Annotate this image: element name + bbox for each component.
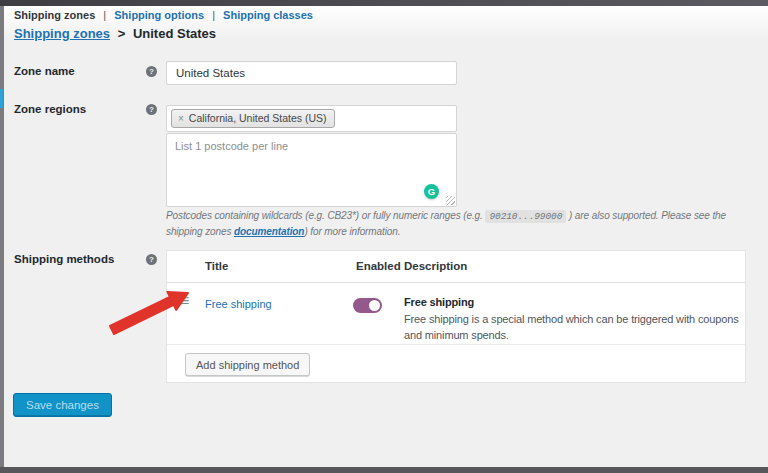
shipping-methods-label: Shipping methods xyxy=(14,253,114,265)
help-icon[interactable]: ? xyxy=(146,66,157,77)
method-description-text: Free shipping is a special method which … xyxy=(404,313,739,342)
hint-text: Postcodes containing wildcards (e.g. CB2… xyxy=(166,210,485,221)
toggle-knob xyxy=(369,300,380,311)
save-changes-button[interactable]: Save changes xyxy=(13,393,112,417)
resize-grip-icon[interactable] xyxy=(446,196,455,205)
free-shipping-link[interactable]: Free shipping xyxy=(205,298,272,310)
method-description: Free shipping Free shipping is a special… xyxy=(404,294,740,344)
postcodes-textarea[interactable]: List 1 postcode per line G xyxy=(166,133,457,207)
add-shipping-method-button[interactable]: Add shipping method xyxy=(185,353,310,376)
postcode-range-code: 90210...99000 xyxy=(485,210,566,223)
help-icon[interactable]: ? xyxy=(146,104,157,115)
window-frame-left xyxy=(0,0,4,473)
breadcrumb-current-zone: United States xyxy=(133,26,216,41)
nav-separator: | xyxy=(212,9,215,21)
tab-shipping-options[interactable]: Shipping options xyxy=(114,9,204,21)
tab-shipping-zones[interactable]: Shipping zones xyxy=(14,9,95,21)
enabled-toggle[interactable] xyxy=(353,298,382,313)
column-header-description: Description xyxy=(404,260,467,272)
zone-name-label: Zone name xyxy=(14,65,75,77)
shipping-method-row: ≡ Free shipping Free shipping Free shipp… xyxy=(167,283,745,345)
nav-separator: | xyxy=(103,9,106,21)
drag-handle-icon[interactable]: ≡ xyxy=(180,292,189,310)
postcodes-placeholder: List 1 postcode per line xyxy=(175,140,288,152)
help-icon[interactable]: ? xyxy=(146,254,157,265)
remove-tag-icon[interactable]: × xyxy=(178,113,184,124)
table-header-row: Title Enabled Description xyxy=(167,251,745,283)
tab-shipping-classes[interactable]: Shipping classes xyxy=(223,9,313,21)
hint-text: ) for more information. xyxy=(304,226,400,237)
documentation-link[interactable]: documentation xyxy=(234,226,304,237)
region-tag-label: California, United States (US) xyxy=(189,112,327,124)
column-header-title: Title xyxy=(205,260,228,272)
postcodes-hint: Postcodes containing wildcards (e.g. CB2… xyxy=(166,208,758,241)
breadcrumb: Shipping zones > United States xyxy=(14,26,216,41)
settings-subnav: Shipping zones | Shipping options | Ship… xyxy=(14,9,313,21)
breadcrumb-shipping-zones-link[interactable]: Shipping zones xyxy=(14,26,110,41)
window-edge-accent xyxy=(0,89,3,108)
column-header-enabled: Enabled xyxy=(356,260,401,272)
zone-regions-select[interactable]: × California, United States (US) xyxy=(166,105,457,132)
region-tag: × California, United States (US) xyxy=(171,109,335,128)
table-footer: Add shipping method xyxy=(167,345,745,382)
zone-regions-label: Zone regions xyxy=(14,103,86,115)
grammarly-icon[interactable]: G xyxy=(424,184,439,199)
breadcrumb-separator: > xyxy=(118,26,126,41)
shipping-methods-table: Title Enabled Description ≡ Free shippin… xyxy=(166,250,746,383)
window-frame-top xyxy=(0,0,768,6)
window-frame-bottom xyxy=(0,467,768,473)
zone-name-input[interactable] xyxy=(166,61,457,85)
method-description-title: Free shipping xyxy=(404,294,740,311)
